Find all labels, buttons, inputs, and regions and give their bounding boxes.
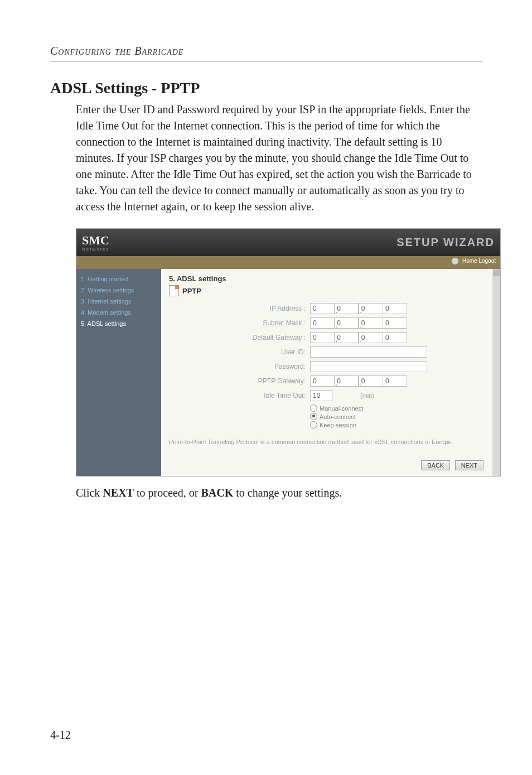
radio-manual-connect[interactable]: Manual-connect (310, 405, 487, 412)
pptp-gateway-label: PPTP Gateway: (241, 377, 310, 385)
idle-time-out-input[interactable]: 10 (310, 390, 332, 401)
ip-address-label: IP Address : (241, 305, 310, 312)
radio-icon (310, 413, 317, 420)
pptp-input-1[interactable]: 0 (310, 376, 335, 387)
after-paragraph: Click NEXT to proceed, or BACK to change… (76, 487, 482, 499)
subnet-input-4[interactable]: 0 (383, 317, 407, 329)
radio-keep-label: Keep session (320, 422, 356, 429)
subnet-input-1[interactable]: 0 (310, 317, 335, 329)
idle-time-out-label: Idle Time Out: (241, 392, 310, 399)
radio-icon (310, 421, 317, 429)
topbar: SMC Networks SETUP WIZARD (76, 229, 500, 256)
sidebar-item-modem[interactable]: 4. Modem settings (80, 307, 158, 318)
ip-address-input-2[interactable]: 0 (334, 303, 359, 314)
scrollbar[interactable] (492, 269, 500, 476)
subnet-mask-label: Subnet Mask : (241, 319, 310, 327)
pptp-input-4[interactable]: 0 (383, 376, 407, 387)
gateway-input-4[interactable]: 0 (383, 332, 407, 343)
logo: SMC (82, 233, 109, 247)
user-id-label: User ID: (241, 348, 310, 356)
globe-icon (452, 258, 458, 264)
pptp-input-2[interactable]: 0 (334, 376, 359, 387)
row-subnet-mask: Subnet Mask : 0. 0. 0. 0 (241, 317, 487, 329)
user-id-input[interactable] (310, 346, 427, 358)
default-gateway-label: Default Gateway : (241, 334, 310, 341)
row-idle-time-out: Idle Time Out: 10 (min) (241, 390, 487, 401)
radio-icon (310, 405, 317, 412)
password-label: Password: (241, 363, 310, 370)
gateway-input-1[interactable]: 0 (310, 332, 335, 343)
sidebar-item-wireless[interactable]: 2. Wireless settings (80, 285, 158, 296)
body-paragraph: Enter the User ID and Password required … (76, 102, 482, 215)
document-icon (169, 285, 179, 296)
row-user-id: User ID: (241, 346, 487, 358)
radio-keep-session[interactable]: Keep session (310, 421, 487, 429)
row-password: Password: (241, 361, 487, 372)
sidebar: 1. Getting started 2. Wireless settings … (76, 269, 161, 476)
row-ip-address: IP Address : 0. 0. 0. 0 (241, 303, 487, 314)
radio-auto-connect[interactable]: Auto-connect (310, 413, 487, 420)
row-pptp-gateway: PPTP Gateway: 0. 0. 0. 0 (241, 376, 487, 387)
form-area: IP Address : 0. 0. 0. 0 Subnet Mask : 0.… (241, 303, 487, 429)
page-number: 4-12 (50, 729, 71, 742)
scroll-up-icon (493, 269, 500, 276)
content-subtype: PPTP (169, 285, 487, 296)
sidebar-item-adsl[interactable]: 5. ADSL settings (80, 318, 158, 329)
ip-address-input-3[interactable]: 0 (359, 303, 383, 314)
back-button[interactable]: BACK (421, 460, 450, 470)
button-row: BACK NEXT (169, 460, 487, 470)
content-title: 5. ADSL settings (169, 275, 487, 283)
subtype-label: PPTP (182, 287, 201, 295)
divider (50, 61, 482, 61)
toplinks-bar: Home Logout (76, 256, 500, 269)
row-default-gateway: Default Gateway : 0. 0. 0. 0 (241, 332, 487, 343)
logo-subtext: Networks (82, 247, 109, 252)
subnet-input-3[interactable]: 0 (359, 317, 383, 329)
logo-block: SMC Networks (82, 233, 109, 252)
sidebar-item-getting-started[interactable]: 1. Getting started (80, 273, 158, 285)
radio-auto-label: Auto-connect (320, 413, 356, 420)
ip-address-input-4[interactable]: 0 (383, 303, 407, 314)
ip-address-input-1[interactable]: 0 (310, 303, 335, 314)
sidebar-item-internet[interactable]: 3. Internet settings (80, 296, 158, 307)
gateway-input-2[interactable]: 0 (334, 332, 359, 343)
toplinks[interactable]: Home Logout (462, 258, 496, 264)
next-button[interactable]: NEXT (455, 460, 483, 470)
idle-time-out-unit: (min) (360, 392, 374, 399)
password-input[interactable] (310, 361, 427, 372)
wizard-title: SETUP WIZARD (396, 236, 495, 249)
footnote: Point-to-Point Tunneling Protocol is a c… (169, 439, 487, 445)
content-pane: 5. ADSL settings PPTP IP Address : 0. 0.… (161, 269, 492, 476)
router-screenshot: SMC Networks SETUP WIZARD Home Logout 1.… (76, 228, 501, 476)
radio-manual-label: Manual-connect (320, 405, 363, 412)
section-title: ADSL Settings - PPTP (50, 79, 482, 97)
pptp-input-3[interactable]: 0 (359, 376, 383, 387)
subnet-input-2[interactable]: 0 (334, 317, 359, 329)
gateway-input-3[interactable]: 0 (359, 332, 383, 343)
running-head: Configuring the Barricade (50, 45, 482, 57)
